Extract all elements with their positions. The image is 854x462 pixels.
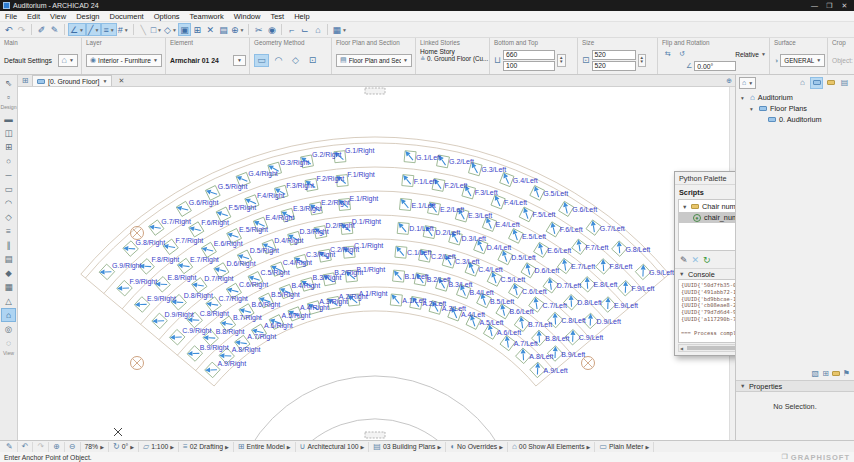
door-tool[interactable]: ◫ — [1, 126, 16, 140]
menu-document[interactable]: Document — [105, 12, 149, 21]
zoom-out-button[interactable]: ⊖ — [65, 442, 81, 452]
size-width-input[interactable]: 520 — [592, 50, 636, 60]
navigator-item-0-auditorium[interactable]: 0. Auditorium — [736, 114, 854, 125]
menu-test[interactable]: Test — [265, 12, 289, 21]
bottom-offset-input[interactable]: 100 — [503, 61, 555, 71]
inject-parameters-icon[interactable]: ✎ — [48, 23, 61, 36]
floor-plan-canvas[interactable]: A.1/RightA.2/RightA.3/RightA.4/RightA.5/… — [18, 87, 735, 440]
size-height-input[interactable]: 520 — [592, 61, 636, 71]
slab-tool[interactable]: ▭ — [1, 182, 16, 196]
new-folder-icon[interactable] — [832, 369, 840, 378]
properties-header[interactable]: ▼ Properties — [736, 380, 854, 392]
twisty-icon[interactable]: ▾ — [750, 106, 756, 112]
tab-overview-icon[interactable]: ❐ — [782, 453, 788, 461]
layer-combination[interactable]: ≡02 Drafting▶ — [179, 442, 234, 452]
split-icon[interactable]: ◉ — [265, 23, 278, 36]
grid-icon[interactable]: ⊞ — [191, 23, 204, 36]
new-tab-icon[interactable]: ⊕ — [726, 77, 732, 85]
geometry-method-rotated-diagonal[interactable]: ◇ — [288, 54, 303, 67]
adjust-icon[interactable]: ⌂ — [311, 23, 324, 36]
seat[interactable] — [491, 195, 505, 209]
arrow-tool[interactable]: ⇖ — [1, 76, 16, 90]
previous-zoom-button[interactable]: ↶ — [18, 442, 34, 452]
publisher-icon[interactable]: ▤ — [838, 77, 851, 89]
pen-set[interactable]: ▤03 Building Plans▶ — [369, 442, 446, 452]
minimize-button[interactable]: — — [807, 2, 822, 9]
redo-icon[interactable]: ↷ — [15, 23, 28, 36]
mirror-x-button[interactable]: ⇆ — [662, 49, 674, 59]
size-stepper[interactable]: ▲▼ — [638, 54, 646, 67]
snap-points-icon[interactable]: ≡▼ — [101, 23, 116, 36]
seat[interactable] — [402, 175, 414, 187]
seat[interactable] — [399, 198, 411, 210]
object-tool[interactable]: ⌂ — [1, 308, 16, 322]
menu-design[interactable]: Design — [71, 12, 104, 21]
opening-tool[interactable]: ◌ — [1, 336, 16, 350]
lock-icon[interactable]: ◇▼ — [163, 23, 178, 36]
curtain-wall-tool[interactable]: ▤ — [1, 252, 16, 266]
reload-scripts-icon[interactable]: ↻ — [703, 255, 711, 265]
section-marker[interactable] — [365, 432, 385, 438]
mirror-y-button[interactable]: ↺ — [676, 49, 688, 59]
scroll-left-icon[interactable]: ◀ — [680, 346, 683, 351]
project-map-icon[interactable]: ⌂ — [796, 77, 809, 89]
guide-lines-icon[interactable]: ∠▼ — [68, 23, 86, 36]
beam-tool[interactable]: ─ — [1, 168, 16, 182]
element-settings-button[interactable]: ⌂▼ — [58, 54, 78, 67]
seat[interactable] — [404, 151, 416, 163]
scale[interactable]: ▱1:100▶ — [139, 442, 179, 452]
menu-teamwork[interactable]: Teamwork — [185, 12, 229, 21]
shell-tool[interactable]: ◇ — [1, 210, 16, 224]
zoom-level[interactable]: 78%▶ — [81, 442, 109, 452]
top-offset-input[interactable]: 660 — [503, 50, 555, 60]
seat[interactable] — [500, 172, 514, 186]
orientation[interactable]: ↻0°▶ — [109, 442, 139, 452]
undo-icon[interactable]: ↶ — [2, 23, 15, 36]
next-zoom-button[interactable]: ↷ — [33, 442, 49, 452]
tab-ground-floor[interactable]: [0. Ground Floor] ▼ — [32, 75, 112, 86]
section-marker[interactable] — [365, 88, 385, 94]
maximize-button[interactable]: ❐ — [822, 2, 837, 10]
mesh-tool[interactable]: △ — [1, 294, 16, 308]
column-symbol[interactable] — [582, 357, 595, 370]
align-icon[interactable]: ▦▼ — [331, 23, 347, 36]
bookmark-icon[interactable]: ⚑ — [843, 369, 850, 378]
navigator-chooser-button[interactable]: ⌂▼ — [739, 77, 756, 89]
column-symbol[interactable] — [131, 227, 144, 240]
dimension-icon[interactable]: ⌐ — [285, 23, 298, 36]
suspend-groups-icon[interactable]: ╲ — [137, 23, 150, 36]
python-palette-titlebar[interactable]: Python Palette ✕ — [675, 172, 735, 185]
group-icon[interactable]: ▤ — [217, 23, 230, 36]
close-tab-icon[interactable]: ✕ — [116, 77, 126, 85]
railing-tool[interactable]: ∥ — [1, 238, 16, 252]
roof-tool[interactable]: ◠ — [1, 196, 16, 210]
navigator-item-auditorium[interactable]: ▾⌂Auditorium — [736, 92, 854, 103]
geometry-method-rotated[interactable]: ▭ — [254, 54, 269, 67]
console-horizontal-scrollbar[interactable]: ◀ ▶ — [678, 344, 735, 352]
seat[interactable] — [393, 270, 405, 282]
menu-view[interactable]: View — [45, 12, 71, 21]
navigator-item-floor-plans[interactable]: ▾Floor Plans — [736, 103, 854, 114]
layout-book-icon[interactable] — [824, 77, 837, 89]
renovation-filter[interactable]: ⌂00 Show All Elements▶ — [508, 442, 595, 452]
menu-window[interactable]: Window — [229, 12, 266, 21]
clone-folder-icon[interactable]: ⊞ — [822, 369, 829, 378]
lamp-tool[interactable]: ◎ — [1, 322, 16, 336]
trim-icon[interactable]: ✂ — [252, 23, 265, 36]
layer-selector[interactable]: ◉ Interior - Furniture ▼ — [86, 54, 162, 67]
model-view-options[interactable]: ⊞Entire Model▶ — [234, 442, 296, 452]
seat[interactable] — [397, 222, 409, 234]
wall-tool[interactable]: ▬ — [1, 112, 16, 126]
script-file-row[interactable]: ● chair_numbering.py — [679, 212, 735, 223]
geometry-method-diagonal[interactable]: ◠ — [271, 54, 286, 67]
surface-selector[interactable]: GENERAL ▼ — [780, 54, 825, 67]
morph-tool[interactable]: ◆ — [1, 266, 16, 280]
column-tool[interactable]: ○ — [1, 154, 16, 168]
close-button[interactable]: ✕ — [837, 2, 852, 10]
rotation-angle-input[interactable]: 0.00° — [694, 61, 736, 71]
measure-unit[interactable]: ▭Plain Meter▶ — [595, 442, 654, 452]
transform-icon[interactable]: ⊕▼ — [230, 23, 246, 36]
window-tool[interactable]: ⊞ — [1, 140, 16, 154]
grid-snap-icon[interactable]: #▼ — [117, 23, 130, 36]
stair-tool[interactable]: ≡ — [1, 224, 16, 238]
